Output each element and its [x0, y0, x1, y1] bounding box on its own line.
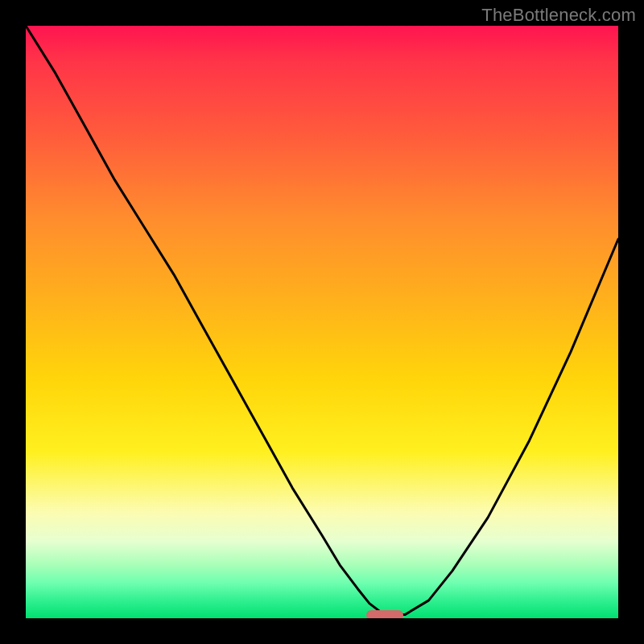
optimal-marker	[366, 610, 403, 618]
plot-area	[26, 26, 618, 618]
watermark: TheBottleneck.com	[481, 5, 636, 26]
chart-frame: TheBottleneck.com	[0, 0, 644, 644]
bottleneck-curve	[26, 26, 618, 618]
